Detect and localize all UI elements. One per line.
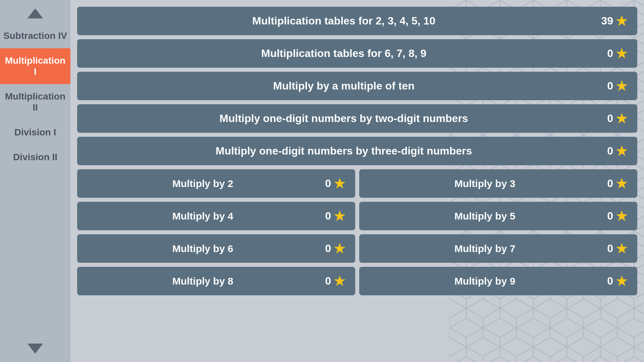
topic-score: 0 ★ (318, 176, 345, 191)
pair-row-3: Multiply by 6 0 ★ Multiply by 7 0 ★ (77, 234, 637, 263)
topic-score: 0 ★ (318, 241, 345, 256)
topic-mult-2-3-4-5-10[interactable]: Multiplication tables for 2, 3, 4, 5, 10… (77, 7, 637, 35)
star-icon: ★ (616, 176, 627, 191)
sidebar-item-division-i[interactable]: Division I (0, 120, 70, 145)
sidebar-item-subtraction-iv[interactable]: Subtraction IV (0, 23, 70, 48)
star-icon: ★ (334, 176, 345, 191)
star-icon: ★ (334, 209, 345, 224)
topic-score: 0 ★ (600, 79, 627, 94)
topic-label: Multiply by 7 (369, 243, 600, 254)
pair-row-1: Multiply by 2 0 ★ Multiply by 3 0 ★ (77, 169, 637, 198)
multiply-by-4[interactable]: Multiply by 4 0 ★ (77, 202, 355, 230)
topic-mult-one-two[interactable]: Multiply one-digit numbers by two-digit … (77, 104, 637, 133)
topic-score: 0 ★ (600, 111, 627, 126)
topic-score: 0 ★ (600, 274, 627, 289)
sidebar-item-multiplication-i[interactable]: Multiplication I (0, 48, 70, 84)
star-icon: ★ (616, 144, 627, 159)
scroll-up-button[interactable] (25, 5, 45, 22)
topic-label: Multiply by 8 (87, 276, 318, 287)
star-icon: ★ (616, 46, 627, 61)
topic-score: 0 ★ (600, 241, 627, 256)
pair-row-4: Multiply by 8 0 ★ Multiply by 9 0 ★ (77, 267, 637, 295)
topic-label: Multiply by 2 (87, 178, 318, 189)
star-icon: ★ (616, 209, 627, 224)
sidebar-item-multiplication-ii[interactable]: Multiplication II (0, 84, 70, 120)
topic-score: 0 ★ (600, 176, 627, 191)
topic-label: Multiply by a multiple of ten (87, 80, 600, 92)
multiply-by-3[interactable]: Multiply by 3 0 ★ (359, 169, 637, 198)
star-icon: ★ (616, 111, 627, 126)
topic-label: Multiply by 6 (87, 243, 318, 254)
star-icon: ★ (334, 241, 345, 256)
sidebar: Subtraction IV Multiplication I Multipli… (0, 0, 70, 362)
sidebar-item-division-ii[interactable]: Division II (0, 145, 70, 170)
topic-mult-6-7-8-9[interactable]: Multiplication tables for 6, 7, 8, 9 0 ★ (77, 39, 637, 68)
svg-marker-6 (28, 344, 43, 354)
multiply-by-8[interactable]: Multiply by 8 0 ★ (77, 267, 355, 295)
topic-label: Multiply one-digit numbers by three-digi… (87, 145, 600, 157)
topic-score: 39 ★ (600, 14, 627, 28)
topic-label: Multiply by 4 (87, 210, 318, 222)
topic-label: Multiplication tables for 2, 3, 4, 5, 10 (87, 15, 600, 27)
star-icon: ★ (334, 274, 345, 289)
multiply-by-9[interactable]: Multiply by 9 0 ★ (359, 267, 637, 295)
topic-score: 0 ★ (600, 209, 627, 224)
topic-label: Multiply by 3 (369, 178, 600, 189)
svg-marker-5 (28, 8, 43, 18)
topic-label: Multiplication tables for 6, 7, 8, 9 (87, 47, 600, 60)
star-icon: ★ (616, 241, 627, 256)
topic-score: 0 ★ (600, 46, 627, 61)
star-icon: ★ (616, 14, 627, 28)
multiply-by-5[interactable]: Multiply by 5 0 ★ (359, 202, 637, 230)
multiply-by-2[interactable]: Multiply by 2 0 ★ (77, 169, 355, 198)
topic-score: 0 ★ (318, 209, 345, 224)
topic-score: 0 ★ (600, 144, 627, 159)
multiply-by-6[interactable]: Multiply by 6 0 ★ (77, 234, 355, 263)
topic-label: Multiply one-digit numbers by two-digit … (87, 112, 600, 125)
main-content: Multiplication tables for 2, 3, 4, 5, 10… (70, 0, 644, 362)
star-icon: ★ (616, 274, 627, 289)
topic-mult-multiple-ten[interactable]: Multiply by a multiple of ten 0 ★ (77, 72, 637, 100)
topic-score: 0 ★ (318, 274, 345, 289)
topic-label: Multiply by 9 (369, 276, 600, 287)
scroll-down-button[interactable] (25, 340, 45, 357)
pair-row-2: Multiply by 4 0 ★ Multiply by 5 0 ★ (77, 202, 637, 230)
multiply-by-7[interactable]: Multiply by 7 0 ★ (359, 234, 637, 263)
topic-mult-one-three[interactable]: Multiply one-digit numbers by three-digi… (77, 137, 637, 165)
star-icon: ★ (616, 79, 627, 94)
topic-label: Multiply by 5 (369, 210, 600, 222)
